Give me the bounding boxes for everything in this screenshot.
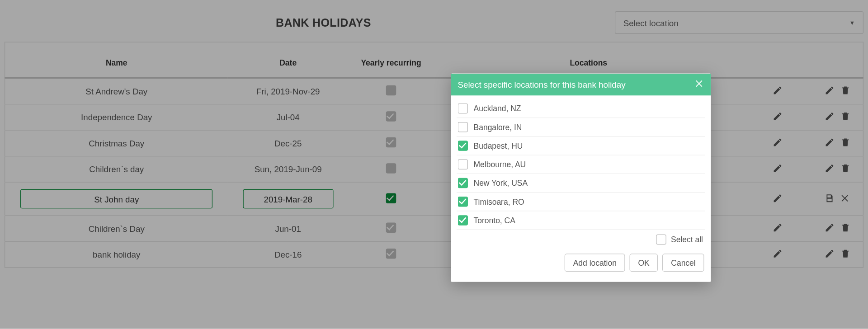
location-checkbox[interactable] xyxy=(458,160,468,170)
close-icon[interactable] xyxy=(694,79,704,90)
location-checkbox[interactable] xyxy=(458,103,468,114)
select-all-row: Select all xyxy=(457,230,705,254)
location-option[interactable]: Toronto, CA xyxy=(457,212,705,230)
cancel-button[interactable]: Cancel xyxy=(663,254,704,272)
location-option[interactable]: Auckland, NZ xyxy=(457,103,705,118)
location-label: Timisoara, RO xyxy=(474,197,524,206)
location-option[interactable]: Budapest, HU xyxy=(457,137,705,155)
ok-button[interactable]: OK xyxy=(630,254,658,272)
location-option[interactable]: Timisoara, RO xyxy=(457,193,705,211)
location-option[interactable]: New York, USA xyxy=(457,174,705,193)
page-root: BANK HOLIDAYS Select location ▼ Name Dat… xyxy=(0,0,868,329)
select-all-label: Select all xyxy=(671,235,703,244)
location-checkbox[interactable] xyxy=(458,122,468,132)
location-checkbox[interactable] xyxy=(458,197,468,207)
location-option[interactable]: Melbourne, AU xyxy=(457,155,705,174)
modal-header: Select specific locations for this bank … xyxy=(451,74,711,96)
location-checkbox[interactable] xyxy=(458,178,468,188)
modal-footer: Add location OK Cancel xyxy=(451,254,711,282)
location-checkbox[interactable] xyxy=(458,215,468,226)
locations-modal: Select specific locations for this bank … xyxy=(451,74,711,282)
location-label: New York, USA xyxy=(474,179,528,188)
location-label: Toronto, CA xyxy=(474,216,515,225)
location-label: Budapest, HU xyxy=(474,141,523,150)
select-all-checkbox[interactable] xyxy=(656,235,666,245)
add-location-button[interactable]: Add location xyxy=(565,254,625,272)
modal-body: Auckland, NZBangalore, INBudapest, HUMel… xyxy=(451,95,711,254)
location-option[interactable]: Bangalore, IN xyxy=(457,118,705,136)
location-checkbox[interactable] xyxy=(458,141,468,151)
location-label: Bangalore, IN xyxy=(474,122,522,132)
modal-scrim[interactable] xyxy=(0,0,868,329)
location-label: Melbourne, AU xyxy=(474,160,526,169)
modal-title: Select specific locations for this bank … xyxy=(458,80,626,89)
location-label: Auckland, NZ xyxy=(474,104,521,113)
location-options: Auckland, NZBangalore, INBudapest, HUMel… xyxy=(457,103,705,230)
